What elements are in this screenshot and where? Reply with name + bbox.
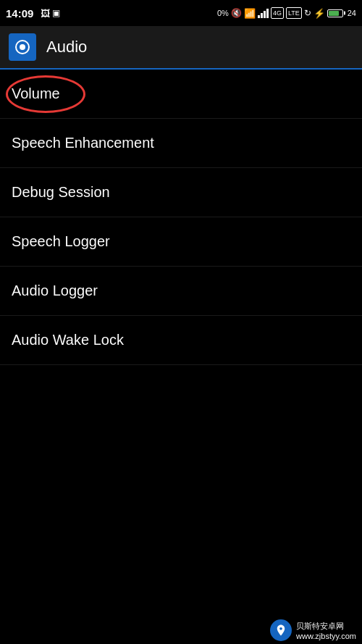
menu-item-label-debug-session: Debug Session: [12, 184, 110, 200]
menu-item-audio-wake-lock[interactable]: Audio Wake Lock: [0, 316, 362, 365]
menu-item-audio-logger[interactable]: Audio Logger: [0, 267, 362, 316]
watermark-url: www.zjbstyy.com: [296, 632, 356, 640]
watermark-site-name: 贝斯特安卓网: [296, 621, 356, 632]
menu-item-speech-logger[interactable]: Speech Logger: [0, 217, 362, 267]
notification-icon: ▣: [52, 8, 60, 18]
network-type-badge: 4G: [271, 7, 284, 19]
status-icons-left: 🖼 ▣: [41, 8, 60, 19]
menu-item-speech-enhancement[interactable]: Speech Enhancement: [0, 119, 362, 168]
battery-level: 24: [348, 9, 356, 17]
status-left: 14:09 🖼 ▣: [6, 7, 60, 20]
status-time: 14:09: [6, 7, 33, 20]
gallery-icon: 🖼: [41, 8, 50, 19]
menu-item-label-speech-logger: Speech Logger: [12, 233, 110, 249]
menu-item-debug-session[interactable]: Debug Session: [0, 168, 362, 217]
menu-item-label-audio-wake-lock: Audio Wake Lock: [12, 332, 124, 348]
menu-item-volume[interactable]: Volume: [0, 70, 362, 119]
data-usage-icon: 0%: [217, 9, 229, 17]
app-icon: [9, 33, 36, 61]
app-bar: Audio: [0, 26, 362, 70]
menu-list: Volume Speech Enhancement Debug Session …: [0, 70, 362, 365]
sync-icon: ↻: [304, 8, 311, 18]
watermark: 贝斯特安卓网 www.zjbstyy.com: [264, 616, 362, 644]
menu-item-label-volume: Volume: [12, 85, 60, 101]
battery-indicator: 24: [327, 9, 356, 17]
menu-item-label-audio-logger: Audio Logger: [12, 283, 98, 298]
charging-icon: ⚡: [313, 8, 325, 19]
mute-icon: 🔇: [231, 8, 242, 18]
status-bar: 14:09 🖼 ▣ 0% 🔇 📶 4G LTE ↻ ⚡: [0, 0, 362, 26]
wifi-icon: 📶: [244, 8, 256, 19]
status-right: 0% 🔇 📶 4G LTE ↻ ⚡ 24: [217, 7, 356, 19]
svg-point-1: [20, 44, 25, 50]
lte-badge: LTE: [286, 7, 302, 19]
watermark-icon: [270, 619, 292, 641]
menu-item-label-speech-enhancement: Speech Enhancement: [12, 135, 154, 151]
signal-bars: [258, 8, 269, 18]
watermark-text-block: 贝斯特安卓网 www.zjbstyy.com: [296, 621, 356, 640]
app-title: Audio: [46, 38, 87, 57]
